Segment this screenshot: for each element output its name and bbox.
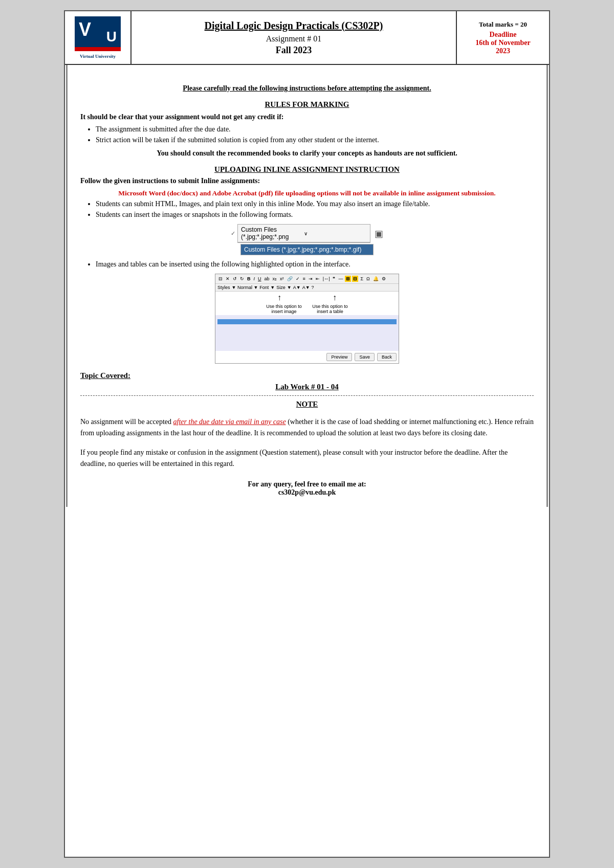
university-logo-section: V U Virtual University — [65, 11, 131, 64]
note-para1-before: No assignment will be accepted — [80, 418, 173, 426]
toolbar-sigma-icon: Σ — [359, 276, 364, 281]
toolbar-superscript-icon: x² — [279, 276, 285, 281]
toolbar-quote-icon: ❝ — [332, 276, 336, 281]
dropdown-arrow-icon: ∨ — [304, 231, 367, 236]
insert-image-arrow: ↑ — [277, 293, 281, 302]
uploading-section: UPLOADING INLINE ASSIGNMENT INSTRUCTION … — [80, 165, 534, 364]
document-page: V U Virtual University Digital Logic Des… — [64, 10, 550, 858]
size-label: Size — [276, 285, 286, 290]
toolbar-special-icon: Ω — [365, 276, 371, 281]
dropdown-selected: Custom Files (*.jpg;*.jpeg;*.png ∨ — [238, 225, 370, 242]
rules-title: RULES FOR MARKING — [80, 100, 534, 109]
university-name: Virtual University — [80, 54, 116, 59]
toolbar-table-icon: ⊞ — [345, 276, 351, 282]
document-header: V U Virtual University Digital Logic Des… — [65, 11, 549, 65]
uploading-title: UPLOADING INLINE ASSIGNMENT INSTRUCTION — [80, 165, 534, 174]
logo-v-letter: V — [79, 20, 91, 39]
books-note: You should consult the recommended books… — [80, 149, 534, 158]
contact-email: cs302p@vu.edu.pk — [80, 488, 534, 497]
insert-image-label: Use this option to insert image — [264, 304, 304, 314]
editor-body[interactable] — [215, 315, 399, 351]
main-instruction: Please carefully read the following inst… — [80, 84, 534, 93]
styles-dropdown[interactable]: ▼ Normal ▼ — [232, 285, 258, 290]
toolbar-align-icon: |↔| — [322, 276, 331, 281]
toolbar-link-icon: 🔗 — [286, 276, 294, 281]
rules-bullets: The assignment is submitted after the du… — [96, 125, 534, 144]
upload-item-2: Students can insert the images or snapsh… — [96, 211, 534, 219]
dashed-divider — [80, 395, 534, 396]
note-link: after the due date via email in any case — [173, 418, 286, 426]
lab-work: Lab Work # 01 - 04 — [80, 383, 534, 391]
toolbar-outdent-icon: ⇤ — [315, 276, 321, 281]
toolbar-spell-icon: ✓ — [295, 276, 301, 281]
topic-covered-section: Topic Covered: Lab Work # 01 - 04 — [80, 371, 534, 391]
insert-table-label: Use this option to insert a table — [310, 304, 350, 314]
warning-text: Microsoft Word (doc/docx) and Adobe Acro… — [80, 189, 534, 197]
credit-note: It should be clear that your assignment … — [80, 113, 534, 121]
course-title: Digital Logic Design Practicals (CS302P) — [205, 20, 383, 32]
toolbar-underline-icon: U — [257, 276, 262, 281]
toolbar-print-icon: ⊟ — [217, 276, 224, 281]
editor-mockup: ⊟ ✕ ↺ ↻ B I U ab x₂ x² 🔗 ✓ ≡ ⇥ ⇤ |↔| ❝ — [215, 274, 399, 364]
header-right: Total marks = 20 Deadline 16th of Novemb… — [457, 11, 549, 64]
toolbar-image-icon: ⊟ — [352, 276, 358, 282]
note-para-2: If you people find any mistake or confus… — [80, 447, 534, 470]
assignment-number: Assignment # 01 — [266, 34, 321, 43]
highlight-icon: A▼ — [302, 285, 310, 290]
vu-logo: V U — [75, 16, 121, 52]
preview-button[interactable]: Preview — [326, 353, 352, 361]
upload-item-1: Students can submit HTML, Images, and pl… — [96, 200, 534, 208]
uploading-bullets: Students can submit HTML, Images, and pl… — [96, 200, 534, 219]
note-title: NOTE — [80, 400, 534, 409]
editor-toolbar: ⊟ ✕ ↺ ↻ B I U ab x₂ x² 🔗 ✓ ≡ ⇥ ⇤ |↔| ❝ — [215, 274, 399, 284]
styles-label: Styles — [217, 285, 230, 290]
rule-item-2: Strict action will be taken if the submi… — [96, 136, 534, 144]
toolbar-settings-icon: ⚙ — [381, 276, 387, 281]
toolbar-indent-icon: ⇥ — [308, 276, 314, 281]
font-label: Font — [259, 285, 269, 290]
deadline-date: 16th of November 2023 — [475, 39, 530, 55]
size-dropdown[interactable]: ▼ — [287, 285, 292, 290]
toolbar-list-icon: ≡ — [302, 276, 306, 281]
total-marks: Total marks = 20 — [479, 20, 527, 29]
toolbar-strikethrough-icon: ab — [264, 276, 271, 281]
header-center: Digital Logic Design Practicals (CS302P)… — [131, 11, 457, 64]
logo-background: V U — [75, 16, 121, 47]
question-icon: ? — [312, 285, 314, 290]
file-type-dropdown-expanded: Custom Files (*.jpg;*.jpeg;*.png;*.bmp;*… — [240, 244, 374, 255]
toolbar-hr-icon: — — [337, 276, 344, 281]
font-dropdown[interactable]: ▼ — [270, 285, 275, 290]
dropdown-option: Custom Files (*.jpg;*.jpeg;*.png;*.bmp;*… — [241, 244, 373, 255]
insert-note-list: Images and tables can be inserted using … — [96, 260, 534, 269]
toolbar-bold-icon: B — [246, 276, 252, 281]
font-color-icon: A▼ — [293, 285, 301, 290]
deadline-label: Deadline — [490, 31, 517, 39]
editor-status-bar — [217, 319, 397, 324]
note-section: NOTE No assignment will be accepted afte… — [80, 400, 534, 497]
file-type-dropdown[interactable]: Custom Files (*.jpg;*.jpeg;*.png ∨ — [237, 224, 370, 243]
rule-item-1: The assignment is submitted after the du… — [96, 125, 534, 133]
contact-label: For any query, feel free to email me at: — [80, 480, 534, 488]
save-button[interactable]: Save — [355, 353, 375, 361]
editor-format-bar: Styles ▼ Normal ▼ Font ▼ Size ▼ A▼ A▼ ? — [215, 284, 399, 292]
toolbar-help-icon: 🔔 — [372, 276, 380, 281]
toolbar-subscript-icon: x₂ — [272, 276, 278, 281]
logo-u-letter: U — [106, 29, 117, 45]
insert-note: Images and tables can be inserted using … — [96, 260, 534, 269]
topic-covered-label: Topic Covered: — [80, 371, 534, 380]
semester: Fall 2023 — [276, 45, 312, 56]
toolbar-undo-icon: ↺ — [232, 276, 238, 281]
logo-red-stripe — [75, 47, 121, 51]
toolbar-italic-icon: I — [253, 276, 256, 281]
editor-action-buttons: Preview Save Back — [215, 351, 399, 363]
note-para-1: No assignment will be accepted after the… — [80, 416, 534, 439]
file-type-box: ✓ Custom Files (*.jpg;*.jpeg;*.png ∨ ▣ C… — [80, 224, 534, 255]
insert-table-arrow: ↑ — [333, 293, 337, 302]
back-button[interactable]: Back — [377, 353, 397, 361]
rules-section: RULES FOR MARKING It should be clear tha… — [80, 100, 534, 158]
follow-text: Follow the given instructions to submit … — [80, 177, 534, 185]
main-content: Please carefully read the following inst… — [66, 65, 548, 507]
toolbar-redo-icon: ↻ — [239, 276, 245, 281]
toolbar-x-icon: ✕ — [225, 276, 231, 281]
